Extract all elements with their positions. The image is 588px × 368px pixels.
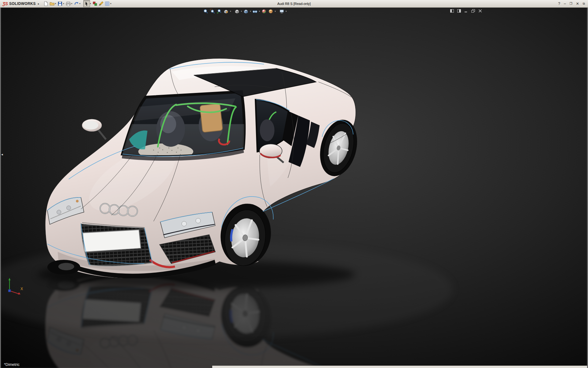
solidworks-logo-icon: ƷS <box>2 2 8 6</box>
section-view-icon <box>224 9 228 14</box>
brand-name: SOLIDWORKS <box>9 2 36 6</box>
doc-close-button[interactable] <box>478 9 483 13</box>
pane-right-icon <box>457 9 461 13</box>
3d-scene[interactable] <box>1 7 587 368</box>
file-toolbar: ▾ ▾ ▾ ▾ <box>43 1 81 7</box>
previous-view-button[interactable] <box>216 8 223 14</box>
expand-button[interactable]: ⧉ <box>583 2 585 5</box>
save-dropdown-caret[interactable]: ▾ <box>63 2 64 5</box>
color-swatch-button[interactable] <box>92 1 98 7</box>
sketch-button[interactable] <box>98 1 104 7</box>
new-document-icon <box>43 1 48 6</box>
previous-view-icon <box>217 9 222 14</box>
print-icon <box>66 1 71 6</box>
feature-panel-collapse-arrow[interactable]: ◂ <box>1 151 3 157</box>
select-toolbar: ▾ ▾ <box>83 0 112 7</box>
evaluate-button[interactable] <box>104 1 110 7</box>
window-controls: ? – ❐ ✕ ⧉ <box>558 2 588 6</box>
zoom-to-fit-icon <box>203 9 208 14</box>
save-floppy-icon <box>58 1 62 6</box>
evaluate-dropdown-caret[interactable]: ▾ <box>110 2 111 5</box>
view-settings-button[interactable] <box>278 8 285 14</box>
pane-left-icon <box>450 9 454 13</box>
doc-restore-icon <box>471 9 475 13</box>
select-dropdown-caret[interactable]: ▾ <box>90 2 91 5</box>
view-orientation-caret[interactable]: ▾ <box>241 10 242 13</box>
section-view-caret[interactable]: ▾ <box>230 10 231 13</box>
appearance-ball-icon <box>262 9 266 14</box>
display-style-caret[interactable]: ▾ <box>250 10 251 13</box>
open-folder-icon <box>50 1 55 6</box>
titlebar: ƷS SOLIDWORKS ► ▾ ▾ ▾ ▾ ▾ ▾ <box>0 0 588 8</box>
apply-scene-button[interactable] <box>267 8 274 14</box>
hide-show-items-button[interactable] <box>252 8 258 14</box>
hide-show-glasses-icon <box>252 9 258 14</box>
print-button[interactable] <box>65 1 71 7</box>
new-document-button[interactable] <box>43 1 49 7</box>
undo-button[interactable] <box>73 1 79 7</box>
undo-dropdown-caret[interactable]: ▾ <box>79 2 81 5</box>
open-button[interactable] <box>49 1 55 7</box>
pane-right-button[interactable] <box>457 9 462 13</box>
apply-scene-caret[interactable]: ▾ <box>275 10 276 13</box>
view-settings-icon <box>279 9 284 14</box>
save-button[interactable] <box>57 1 63 7</box>
maximize-button[interactable]: ❐ <box>570 2 572 5</box>
doc-restore-button[interactable] <box>471 9 476 13</box>
window-title: Audi R8 S [Read-only] <box>277 2 311 6</box>
undo-arrow-icon <box>74 1 79 6</box>
orientation-triad: X <box>5 276 25 296</box>
zoom-to-area-icon <box>210 9 215 14</box>
headsup-view-toolbar: ▾ ▾ ▾ ▾ ▾ ▾ <box>202 8 287 14</box>
select-tool-button[interactable] <box>83 0 90 7</box>
section-view-button[interactable] <box>223 8 229 14</box>
print-dropdown-caret[interactable]: ▾ <box>71 2 73 5</box>
display-style-cube-icon <box>243 9 248 14</box>
graphics-viewport[interactable]: ▾ ▾ ▾ ▾ ▾ ▾ <box>0 7 588 368</box>
status-strip <box>212 366 587 368</box>
solidworks-brand: ƷS SOLIDWORKS <box>0 2 38 6</box>
sketch-pencil-icon <box>99 1 104 6</box>
minimize-button[interactable]: – <box>564 2 566 6</box>
view-orientation-label: *Dimetric <box>4 362 20 367</box>
document-window-controls <box>450 9 483 13</box>
zoom-to-fit-button[interactable] <box>202 8 209 14</box>
triad-x-label: X <box>21 287 23 291</box>
close-button[interactable]: ✕ <box>576 2 579 6</box>
view-orientation-cube-icon <box>235 9 239 14</box>
edit-appearance-button[interactable] <box>261 8 267 14</box>
scene-ball-icon <box>268 9 273 14</box>
view-settings-caret[interactable]: ▾ <box>286 10 287 13</box>
help-button[interactable]: ? <box>558 2 560 6</box>
select-cursor-icon <box>85 1 89 6</box>
evaluate-grid-icon <box>105 1 110 6</box>
menu-expand-arrow-icon[interactable]: ► <box>38 3 40 5</box>
pane-left-button[interactable] <box>450 9 454 13</box>
color-swatch-icon <box>92 1 97 6</box>
open-dropdown-caret[interactable]: ▾ <box>55 2 56 5</box>
display-style-button[interactable] <box>243 8 249 14</box>
doc-minimize-icon <box>464 9 468 13</box>
zoom-to-area-button[interactable] <box>209 8 216 14</box>
doc-minimize-button[interactable] <box>464 9 469 13</box>
hide-show-caret[interactable]: ▾ <box>259 10 260 13</box>
doc-close-icon <box>478 9 482 13</box>
view-orientation-button[interactable] <box>234 8 240 14</box>
